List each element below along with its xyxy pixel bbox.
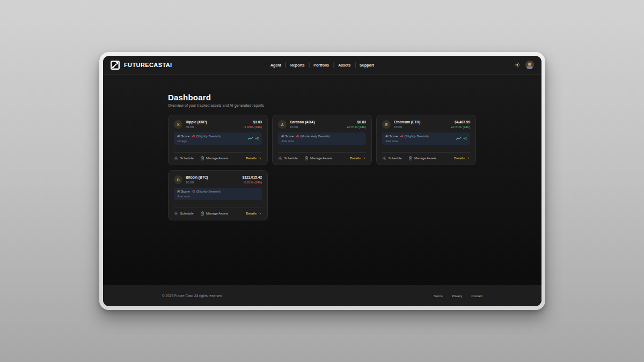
card-actions: Schedule Manage Assets: [174, 208, 262, 216]
schedule-button[interactable]: Schedule: [382, 156, 402, 160]
card-header: B Bitcoin (BTC) 10:00 $122,015.42 -0.01%…: [174, 175, 262, 184]
asset-icon: X: [174, 120, 182, 129]
chevron-right-icon: [467, 157, 470, 160]
desktop-background: FUTURECASTAI Agent Reports Portfolio Ass…: [0, 0, 644, 362]
schedule-label: Schedule: [180, 212, 194, 215]
ai-score-label: AI Score:: [281, 135, 295, 138]
asset-change: -0.01% (24h): [243, 181, 262, 184]
asset-change: +0.21% (24h): [451, 125, 470, 129]
ai-score-sentiment: (Slightly Bearish): [196, 190, 220, 193]
gear-icon: [382, 156, 386, 160]
manage-assets-button[interactable]: Manage Assets: [200, 211, 229, 216]
details-button[interactable]: Details: [350, 157, 366, 160]
card-actions: Schedule Manage Assets: [382, 152, 470, 160]
manage-assets-label: Manage Assets: [310, 157, 332, 160]
ai-score-label: AI Score:: [177, 190, 191, 193]
asset-icon: A: [278, 120, 287, 129]
chevron-right-icon: [363, 157, 366, 160]
asset-icon: E: [382, 120, 391, 129]
manage-assets-button[interactable]: Manage Assets: [408, 156, 437, 160]
ai-score-sentiment: (Slightly Bearish): [404, 135, 428, 138]
device-frame: FUTURECASTAI Agent Reports Portfolio Ass…: [99, 52, 545, 310]
ai-score-box: AI Score: -6 (Moderately Bearish) Just n…: [278, 132, 366, 145]
chevron-right-icon: [259, 157, 262, 160]
trend-up-icon: [456, 137, 462, 141]
trash-icon: [304, 156, 309, 160]
nav-support[interactable]: Support: [355, 62, 378, 68]
manage-assets-label: Manage Assets: [414, 157, 436, 160]
manage-assets-button[interactable]: Manage Assets: [200, 156, 229, 160]
copyright-text: © 2025 Future Cast. All rights reserved.: [162, 294, 223, 298]
page-title: Dashboard: [168, 93, 477, 102]
details-button[interactable]: Details: [246, 157, 262, 160]
asset-card-ripple: X Ripple (XRP) 09:00 $3.03 -1.93% (24h): [168, 115, 268, 165]
gear-icon: [174, 211, 178, 216]
details-button[interactable]: Details: [246, 212, 262, 215]
asset-time: 10:00: [290, 125, 315, 129]
asset-card-grid: X Ripple (XRP) 09:00 $3.03 -1.93% (24h): [168, 115, 477, 220]
ai-score-value: -3: [191, 190, 195, 193]
nav-agent[interactable]: Agent: [266, 62, 286, 68]
score-delta-badge: +1: [456, 137, 467, 141]
score-delta-value: +1: [463, 137, 467, 140]
manage-assets-label: Manage Assets: [206, 157, 228, 160]
schedule-button[interactable]: Schedule: [174, 156, 194, 160]
brand[interactable]: FUTURECASTAI: [111, 61, 172, 70]
ai-score-sentiment: (Moderately Bearish): [300, 135, 330, 138]
schedule-button[interactable]: Schedule: [278, 156, 298, 160]
card-actions: Schedule Manage Assets: [278, 152, 366, 160]
ai-score-box: AI Score: -3 (Slightly Bearish) Just now: [174, 188, 262, 200]
trash-icon: [200, 156, 204, 160]
asset-price: $122,015.42: [243, 175, 262, 179]
schedule-label: Schedule: [284, 157, 298, 160]
details-label: Details: [350, 157, 361, 160]
details-label: Details: [246, 157, 257, 160]
manage-assets-button[interactable]: Manage Assets: [304, 156, 333, 160]
ai-score-value: -3: [191, 135, 195, 138]
ai-score-value: -4: [399, 135, 403, 138]
trash-icon: [408, 156, 413, 160]
asset-time: 10:00: [394, 125, 420, 129]
asset-change: -1.93% (24h): [243, 125, 262, 129]
trash-icon: [200, 211, 204, 216]
schedule-label: Schedule: [180, 157, 194, 160]
theme-toggle-sun-icon[interactable]: [515, 62, 520, 68]
app-screen: FUTURECASTAI Agent Reports Portfolio Ass…: [103, 56, 541, 306]
asset-icon: B: [174, 175, 182, 184]
ai-score-box: AI Score: -3 (Slightly Bearish) 1h ago: [174, 132, 262, 145]
top-nav-bar: FUTURECASTAI Agent Reports Portfolio Ass…: [103, 56, 541, 75]
score-delta-value: +2: [255, 137, 259, 140]
score-delta-badge: +2: [247, 137, 259, 141]
asset-price: $4,487.99: [451, 120, 470, 124]
asset-change: +0.01% (24h): [347, 125, 366, 129]
ai-score-box: AI Score: -4 (Slightly Bearish) Just now: [382, 132, 470, 145]
brand-logo-icon: [111, 61, 120, 70]
footer-link-privacy[interactable]: Privacy: [452, 294, 463, 298]
footer-link-contact[interactable]: Contact: [471, 294, 482, 298]
footer-link-terms[interactable]: Terms: [434, 294, 442, 298]
ai-score-updated: Just now: [281, 139, 330, 143]
asset-time: 10:00: [186, 181, 208, 184]
gear-icon: [174, 156, 178, 160]
card-header: E Ethereum (ETH) 10:00 $4,487.99 +0.21% …: [382, 120, 470, 129]
asset-price: $3.03: [243, 120, 262, 124]
ai-score-label: AI Score:: [385, 135, 399, 138]
footer-links: Terms Privacy Contact: [434, 294, 482, 298]
nav-assets[interactable]: Assets: [333, 62, 355, 68]
details-button[interactable]: Details: [454, 157, 470, 160]
ai-score-sentiment: (Slightly Bearish): [196, 135, 220, 138]
trend-up-icon: [247, 137, 253, 141]
nav-portfolio[interactable]: Portfolio: [309, 62, 333, 68]
schedule-label: Schedule: [389, 157, 402, 160]
asset-name: Ethereum (ETH): [394, 120, 420, 124]
asset-card-bitcoin: B Bitcoin (BTC) 10:00 $122,015.42 -0.01%…: [168, 170, 268, 220]
schedule-button[interactable]: Schedule: [174, 211, 194, 216]
top-actions: [515, 61, 534, 69]
chevron-right-icon: [259, 212, 262, 215]
asset-name: Bitcoin (BTC): [186, 175, 208, 179]
nav-reports[interactable]: Reports: [286, 62, 309, 68]
ai-score-updated: 1h ago: [177, 139, 221, 143]
page-subtitle: Overview of your tracked assets and AI-g…: [168, 104, 477, 107]
asset-card-cardano: A Cardano (ADA) 10:00 $0.83 +0.01% (24h): [272, 115, 372, 165]
avatar[interactable]: [525, 61, 534, 69]
